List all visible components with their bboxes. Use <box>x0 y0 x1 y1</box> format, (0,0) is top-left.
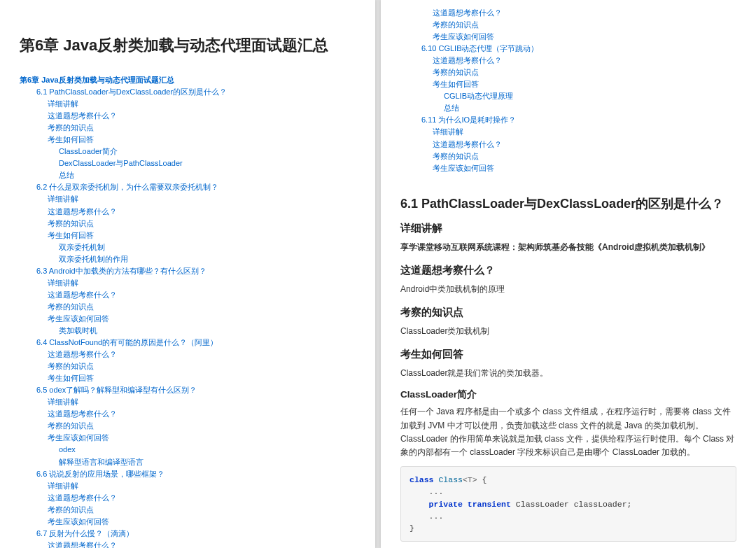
toc-link[interactable]: 考生应该如何回答 <box>433 162 736 174</box>
toc-link[interactable]: 总结 <box>59 169 356 181</box>
toc-link[interactable]: 考生如何回答 <box>48 230 356 241</box>
page-left: 第6章 Java反射类加载与动态代理面试题汇总 第6章 Java反射类加载与动态… <box>0 0 375 548</box>
toc-right-continued: 这道题想考察什么？考察的知识点考生应该如何回答6.10 CGLIB动态代理（字节… <box>414 7 736 174</box>
classloader-intro-title: ClassLoader简介 <box>400 388 736 401</box>
subheading-detailed: 详细讲解 <box>400 222 736 235</box>
examine-answer: Android中类加载机制的原理 <box>400 283 736 296</box>
toc-link[interactable]: 这道题想考察什么？ <box>433 55 736 66</box>
toc-link[interactable]: 这道题想考察什么？ <box>48 206 356 218</box>
toc-link[interactable]: 考生应该如何回答 <box>48 516 356 528</box>
toc-link[interactable]: 6.10 CGLIB动态代理（字节跳动） <box>421 43 736 55</box>
toc-link[interactable]: 这道题想考察什么？ <box>48 349 356 360</box>
toc-link[interactable]: 考生应该如何回答 <box>433 31 736 43</box>
toc-link[interactable]: 这道题想考察什么？ <box>48 408 356 420</box>
toc-link[interactable]: 这道题想考察什么？ <box>48 540 356 548</box>
toc-link[interactable]: 6.2 什么是双亲委托机制，为什么需要双亲委托机制？ <box>36 181 356 193</box>
toc-left: 第6章 Java反射类加载与动态代理面试题汇总6.1 PathClassLoad… <box>20 74 356 548</box>
toc-link[interactable]: 总结 <box>444 102 736 114</box>
toc-link[interactable]: 这道题想考察什么？ <box>48 289 356 301</box>
toc-link[interactable]: 双亲委托机制 <box>59 241 356 253</box>
toc-link[interactable]: 考生如何回答 <box>433 78 736 90</box>
toc-link[interactable]: 考察的知识点 <box>433 150 736 162</box>
toc-link[interactable]: 详细讲解 <box>48 98 356 110</box>
toc-link[interactable]: 双亲委托机制的作用 <box>59 253 356 265</box>
toc-link[interactable]: 考察的知识点 <box>48 218 356 230</box>
toc-link[interactable]: 考生如何回答 <box>48 372 356 384</box>
toc-link[interactable]: 考察的知识点 <box>433 19 736 31</box>
toc-link[interactable]: 解释型语言和编译型语言 <box>59 456 356 468</box>
toc-link[interactable]: 详细讲解 <box>433 126 736 138</box>
subheading-knowledge: 考察的知识点 <box>400 306 736 319</box>
how-answer-text: ClassLoader就是我们常说的类加载器。 <box>400 367 736 380</box>
toc-link[interactable]: 第6章 Java反射类加载与动态代理面试题汇总 <box>20 74 356 86</box>
toc-link[interactable]: 考生应该如何回答 <box>48 432 356 444</box>
toc-link[interactable]: 考察的知识点 <box>48 301 356 313</box>
toc-link[interactable]: 考生如何回答 <box>48 134 356 146</box>
toc-link[interactable]: 考察的知识点 <box>48 504 356 516</box>
page-title: 第6章 Java反射类加载与动态代理面试题汇总 <box>20 35 356 56</box>
toc-link[interactable]: 6.1 PathClassLoader与DexClassLoader的区别是什么… <box>36 86 356 98</box>
toc-link[interactable]: 类加载时机 <box>59 325 356 337</box>
subheading-how-answer: 考生如何回答 <box>400 348 736 361</box>
toc-link[interactable]: 详细讲解 <box>48 396 356 408</box>
knowledge-answer: ClassLoader类加载机制 <box>400 325 736 338</box>
classloader-intro-para: 任何一个 Java 程序都是由一个或多个 class 文件组成，在程序运行时，需… <box>400 405 736 459</box>
toc-link[interactable]: 考察的知识点 <box>48 420 356 432</box>
toc-link[interactable]: 6.3 Android中加载类的方法有哪些？有什么区别？ <box>36 265 356 277</box>
toc-link[interactable]: 详细讲解 <box>48 193 356 205</box>
toc-link[interactable]: 考察的知识点 <box>433 66 736 78</box>
toc-link[interactable]: 考察的知识点 <box>48 360 356 372</box>
toc-link[interactable]: 详细讲解 <box>48 480 356 492</box>
toc-link[interactable]: 考察的知识点 <box>48 122 356 134</box>
toc-link[interactable]: 这道题想考察什么？ <box>48 110 356 122</box>
toc-link[interactable]: 详细讲解 <box>48 277 356 289</box>
toc-link[interactable]: 6.4 ClassNotFound的有可能的原因是什么？（阿里） <box>36 337 356 349</box>
toc-link[interactable]: odex <box>59 444 356 456</box>
toc-link[interactable]: DexClassLoader与PathClassLoader <box>59 157 356 169</box>
subheading-examine: 这道题想考察什么？ <box>400 264 736 277</box>
page-right: 这道题想考察什么？考察的知识点考生应该如何回答6.10 CGLIB动态代理（字节… <box>381 0 756 548</box>
toc-link[interactable]: 这道题想考察什么？ <box>433 139 736 150</box>
toc-link[interactable]: 这道题想考察什么？ <box>48 492 356 504</box>
code-block-class: class Class<T> { ... private transient C… <box>400 466 736 542</box>
toc-link[interactable]: ClassLoader简介 <box>59 146 356 157</box>
toc-link[interactable]: 6.7 反射为什么慢？（滴滴） <box>36 528 356 540</box>
toc-link[interactable]: CGLIB动态代理原理 <box>444 90 736 102</box>
toc-link[interactable]: 6.5 odex了解吗？解释型和编译型有什么区别？ <box>36 384 356 396</box>
toc-link[interactable]: 6.11 为什么IO是耗时操作？ <box>421 114 736 126</box>
toc-link[interactable]: 考生应该如何回答 <box>48 313 356 325</box>
toc-link[interactable]: 6.6 说说反射的应用场景，哪些框架？ <box>36 468 356 480</box>
section-6-1-title: 6.1 PathClassLoader与DexClassLoader的区别是什么… <box>400 195 736 212</box>
toc-link[interactable]: 这道题想考察什么？ <box>433 7 736 19</box>
training-course-text: 享学课堂移动互联网系统课程：架构师筑基必备技能《Android虚拟机类加载机制》 <box>400 241 736 254</box>
